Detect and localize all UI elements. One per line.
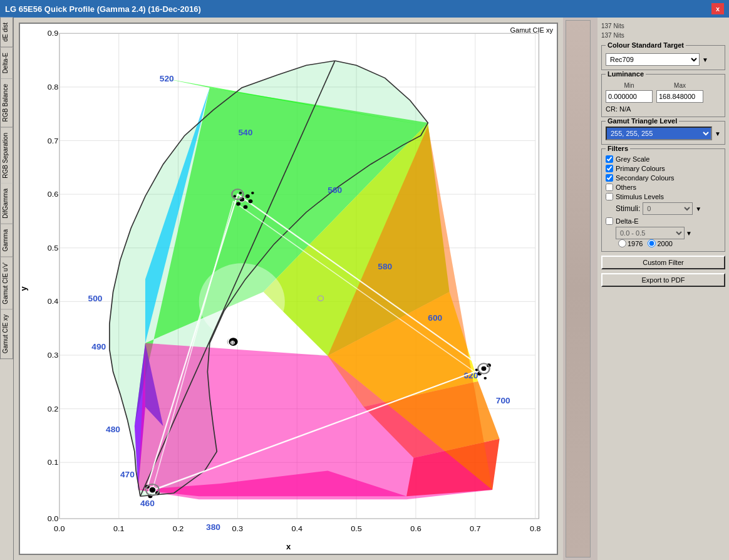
sidebar-tab-gamut-cie-uv[interactable]: Gamut CIE u'v' bbox=[0, 257, 13, 310]
custom-filter-button[interactable]: Custom Filter bbox=[601, 256, 725, 269]
svg-text:0.2: 0.2 bbox=[173, 525, 184, 533]
svg-text:0.7: 0.7 bbox=[470, 525, 481, 533]
stimuli-select[interactable]: 0 1 2 bbox=[643, 202, 693, 215]
export-to-pdf-button[interactable]: Export to PDF bbox=[601, 273, 725, 287]
secondary-colours-checkbox[interactable] bbox=[606, 174, 613, 182]
filter-grey-scale: Grey Scale bbox=[606, 155, 721, 163]
radio-2000-label[interactable]: 2000 bbox=[657, 240, 672, 247]
delta-e-select[interactable]: 0.0 - 0.5 0.5 - 1.0 1.0 - 2.0 bbox=[616, 227, 685, 239]
svg-text:0.1: 0.1 bbox=[113, 525, 125, 533]
svg-point-77 bbox=[239, 192, 242, 194]
svg-point-75 bbox=[249, 199, 253, 203]
svg-point-76 bbox=[244, 205, 248, 209]
svg-text:0.0: 0.0 bbox=[54, 525, 65, 533]
filter-secondary-colours: Secondary Colours bbox=[606, 174, 721, 182]
window-title: LG 65E56 Quick Profile (Gamma 2.4) (16-D… bbox=[5, 4, 201, 14]
cie-chart: 0.9 0.8 0.7 0.6 0.5 0.4 0.3 0.2 0.1 0.0 … bbox=[20, 24, 557, 554]
svg-text:0.0: 0.0 bbox=[48, 515, 59, 523]
svg-text:500: 500 bbox=[88, 294, 103, 303]
svg-text:0.7: 0.7 bbox=[48, 137, 59, 145]
svg-point-81 bbox=[481, 366, 487, 371]
primary-colours-label[interactable]: Primary Colours bbox=[616, 165, 665, 172]
svg-point-78 bbox=[251, 192, 254, 194]
grey-scale-label[interactable]: Grey Scale bbox=[616, 155, 649, 163]
svg-text:0.1: 0.1 bbox=[48, 459, 59, 467]
luminance-min-input[interactable] bbox=[606, 90, 653, 103]
svg-text:520: 520 bbox=[160, 74, 174, 83]
svg-text:0.3: 0.3 bbox=[232, 525, 244, 533]
nits-label-1: 137 Nits bbox=[601, 21, 725, 31]
luminance-max-input[interactable] bbox=[656, 90, 703, 103]
svg-text:0.8: 0.8 bbox=[48, 83, 59, 91]
close-button[interactable]: x bbox=[711, 3, 724, 14]
sidebar-tab-de-dist[interactable]: dE dist bbox=[0, 18, 13, 48]
colour-standard-select[interactable]: Rec709 DCI-P3 BT.2020 bbox=[606, 53, 700, 66]
primary-colours-checkbox[interactable] bbox=[606, 165, 613, 172]
svg-text:0.5: 0.5 bbox=[351, 525, 362, 533]
svg-text:⊕: ⊕ bbox=[230, 339, 235, 345]
stimuli-dropdown-icon: ▼ bbox=[695, 205, 701, 212]
filter-stimulus-levels: Stimulus Levels bbox=[606, 193, 721, 200]
svg-point-73 bbox=[236, 202, 240, 205]
radio-1976-input[interactable] bbox=[618, 239, 626, 247]
stimulus-row: Stimuli: 0 1 2 ▼ bbox=[616, 202, 721, 215]
right-controls: 137 Nits 137 Nits Colour Standard Target… bbox=[597, 18, 729, 560]
chart-wrapper: Gamut CIE xy y x bbox=[19, 23, 558, 555]
grey-scale-checkbox[interactable] bbox=[606, 155, 613, 163]
gamut-triangle-title: Gamut Triangle Level bbox=[606, 117, 679, 125]
svg-text:0.2: 0.2 bbox=[48, 405, 59, 413]
secondary-colours-label[interactable]: Secondary Colours bbox=[616, 174, 675, 182]
svg-text:540: 540 bbox=[239, 128, 253, 137]
svg-point-84 bbox=[483, 377, 487, 380]
gamut-triangle-select[interactable]: 255, 255, 255 0, 0, 0 128, 128, 128 bbox=[606, 127, 712, 140]
svg-point-87 bbox=[149, 487, 156, 493]
delta-e-label[interactable]: Delta-E bbox=[616, 217, 639, 225]
stimulus-levels-checkbox[interactable] bbox=[606, 193, 613, 200]
filter-others: Others bbox=[606, 184, 721, 191]
sidebar-tab-difgamma[interactable]: DifGamma bbox=[0, 184, 13, 224]
svg-text:0.6: 0.6 bbox=[410, 525, 421, 533]
radio-2000-input[interactable] bbox=[648, 239, 656, 247]
filter-primary-colours: Primary Colours bbox=[606, 165, 721, 172]
luminance-max-label: Max bbox=[656, 82, 703, 89]
chart-container: Gamut CIE xy y x bbox=[14, 18, 563, 560]
sidebar-tab-gamma[interactable]: Gamma bbox=[0, 224, 13, 257]
nits-label-2: 137 Nits bbox=[601, 31, 725, 40]
svg-text:0.9: 0.9 bbox=[48, 29, 59, 38]
others-label[interactable]: Others bbox=[616, 184, 636, 191]
svg-text:0.8: 0.8 bbox=[530, 525, 541, 533]
sidebar-tab-rgb-balance[interactable]: RGB Balance bbox=[0, 79, 13, 128]
chart-inner: Gamut CIE xy y x bbox=[20, 24, 557, 554]
delta-e-dropdown-icon: ▼ bbox=[686, 230, 692, 237]
svg-text:480: 480 bbox=[106, 425, 120, 434]
radio-1976: 1976 bbox=[618, 239, 643, 247]
stimulus-levels-label[interactable]: Stimulus Levels bbox=[616, 193, 664, 200]
gamut-triangle-group: Gamut Triangle Level 255, 255, 255 0, 0,… bbox=[601, 121, 725, 145]
colour-standard-title: Colour Standard Target bbox=[606, 41, 686, 49]
radio-2000: 2000 bbox=[648, 239, 672, 247]
radio-1976-label[interactable]: 1976 bbox=[628, 240, 643, 247]
svg-point-74 bbox=[246, 194, 250, 198]
stimuli-label: Stimuli: bbox=[616, 204, 640, 213]
svg-text:0.6: 0.6 bbox=[48, 190, 59, 199]
colour-standard-group: Colour Standard Target Rec709 DCI-P3 BT.… bbox=[601, 45, 725, 70]
sidebar-tab-delta-e[interactable]: Delta-E bbox=[0, 48, 13, 79]
svg-text:0.5: 0.5 bbox=[48, 244, 59, 252]
svg-text:0.4: 0.4 bbox=[291, 525, 302, 533]
nits-column bbox=[563, 18, 597, 560]
svg-text:0.3: 0.3 bbox=[48, 351, 59, 360]
delta-e-radio-row: 1976 2000 bbox=[618, 239, 721, 247]
colour-standard-dropdown-icon: ▼ bbox=[702, 56, 708, 63]
svg-text:470: 470 bbox=[120, 470, 135, 479]
luminance-group: Luminance Min Max CR: N/A bbox=[601, 74, 725, 117]
main-content: dE distDelta-ERGB BalanceRGB SeparationD… bbox=[0, 18, 729, 560]
sidebar-tab-rgb-separation[interactable]: RGB Separation bbox=[0, 128, 13, 184]
svg-text:490: 490 bbox=[91, 343, 106, 351]
svg-text:380: 380 bbox=[206, 523, 220, 532]
title-bar: LG 65E56 Quick Profile (Gamma 2.4) (16-D… bbox=[0, 0, 729, 18]
cr-label: CR: N/A bbox=[606, 105, 721, 113]
gamut-dropdown-icon: ▼ bbox=[715, 130, 721, 137]
delta-e-checkbox[interactable] bbox=[606, 217, 613, 225]
sidebar-tab-gamut-cie-xy[interactable]: Gamut CIE xy bbox=[0, 309, 13, 359]
others-checkbox[interactable] bbox=[606, 184, 613, 191]
